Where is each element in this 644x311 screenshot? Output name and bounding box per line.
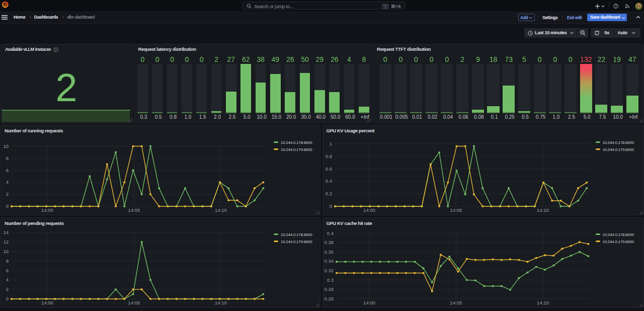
svg-text:0.6: 0.6 (325, 166, 332, 172)
svg-text:6: 6 (6, 267, 9, 273)
svg-text:8: 8 (6, 156, 9, 161)
svg-text:14:10: 14:10 (537, 207, 549, 213)
svg-text:4: 4 (6, 179, 9, 185)
svg-text:14:05: 14:05 (450, 207, 462, 213)
svg-text:0: 0 (6, 203, 9, 209)
svg-text:2: 2 (6, 286, 9, 292)
svg-text:0.36: 0.36 (324, 249, 334, 254)
svg-text:2: 2 (6, 191, 9, 197)
svg-text:0.34: 0.34 (324, 258, 334, 264)
svg-text:0.4: 0.4 (325, 178, 332, 184)
svg-text:14:05: 14:05 (450, 299, 462, 305)
svg-text:8: 8 (6, 258, 9, 263)
svg-text:0: 0 (329, 203, 332, 209)
svg-text:0.2: 0.2 (325, 191, 332, 196)
svg-text:12: 12 (3, 239, 9, 245)
svg-text:0.32: 0.32 (324, 267, 334, 273)
svg-text:0.4: 0.4 (327, 230, 333, 236)
svg-text:0.26: 0.26 (324, 295, 334, 301)
svg-text:0.38: 0.38 (324, 240, 334, 245)
svg-text:0.3: 0.3 (327, 277, 333, 282)
svg-text:0.28: 0.28 (324, 286, 334, 292)
svg-text:14:00: 14:00 (363, 299, 375, 305)
svg-text:0: 0 (6, 296, 9, 301)
svg-text:14:10: 14:10 (537, 299, 549, 305)
svg-text:14:05: 14:05 (128, 299, 140, 305)
svg-text:10: 10 (3, 248, 9, 254)
svg-text:1: 1 (329, 141, 332, 146)
svg-text:14: 14 (3, 229, 9, 235)
svg-text:4: 4 (6, 277, 9, 282)
svg-text:14:10: 14:10 (215, 299, 227, 305)
svg-text:0.8: 0.8 (325, 153, 332, 159)
svg-text:14:00: 14:00 (363, 207, 375, 213)
svg-text:6: 6 (6, 168, 9, 173)
svg-text:14:10: 14:10 (215, 207, 227, 213)
svg-text:14:05: 14:05 (128, 207, 140, 213)
svg-text:10: 10 (3, 143, 9, 149)
svg-text:14:00: 14:00 (41, 207, 53, 213)
svg-text:14:00: 14:00 (41, 299, 53, 305)
